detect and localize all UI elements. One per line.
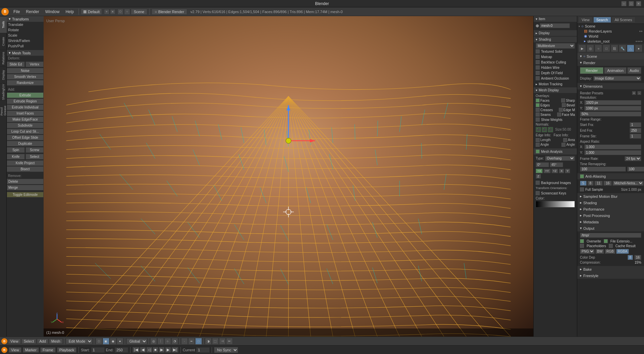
tab-uvs[interactable]: Grease Pencil (0, 100, 7, 117)
slide-edge-btn[interactable]: Slide Ed (7, 61, 25, 67)
smooth-vertex-btn[interactable]: Smooth Vertex (7, 74, 44, 80)
preset-add-btn[interactable]: + (632, 91, 636, 95)
vertex-btn[interactable]: Vertex (25, 61, 44, 67)
bisect-btn[interactable]: Bisect (7, 166, 44, 172)
start-input[interactable] (91, 347, 105, 353)
randomize-btn[interactable]: Randomize (7, 80, 44, 86)
textured-solid-checkbox[interactable] (536, 49, 540, 53)
length-checkbox[interactable] (536, 138, 540, 142)
all-scenes-tab[interactable]: All Scenes (612, 17, 635, 23)
clipping-btn[interactable]: ✂ (226, 338, 233, 345)
creases-checkbox[interactable] (536, 108, 540, 112)
menu-help[interactable]: Help (63, 9, 76, 15)
bw-btn[interactable]: BW (595, 249, 604, 254)
play-btn[interactable]: ▶ (159, 347, 165, 353)
viewport[interactable]: User Persp (1) mesh-0 Z X Y (44, 16, 533, 337)
step-fwd-btn[interactable]: ▶ (165, 347, 171, 353)
cache-checkbox[interactable] (609, 244, 613, 248)
aspect-x-input[interactable] (584, 144, 641, 149)
shrink-fatten-btn[interactable]: Shrink/Fatten (7, 38, 44, 43)
transform-header[interactable]: ▾ Transform (7, 16, 44, 22)
aa-11-btn[interactable]: 11 (594, 181, 603, 186)
neg-x-btn[interactable]: X (559, 169, 564, 173)
aa-header[interactable]: Anti-Aliasing (577, 173, 644, 179)
display-select[interactable]: Image Editor (593, 76, 641, 81)
bevel-checkbox[interactable] (562, 103, 566, 107)
motion-blur-header[interactable]: ▸ Sampled Motion Blur (577, 193, 644, 200)
performance-header[interactable]: ▸ Performance (577, 206, 644, 212)
mesh-tools-header[interactable]: ▾ Mesh Tools (7, 50, 44, 56)
tab-shading[interactable]: Shading/UV (0, 83, 7, 100)
screencast-checkbox[interactable] (536, 191, 540, 195)
mesh-name-input[interactable] (540, 23, 570, 28)
jump-end-btn[interactable]: ▶| (171, 347, 178, 353)
audio-button[interactable]: Audio (627, 67, 641, 74)
angle-checkbox[interactable] (536, 143, 540, 147)
modifiers-icon[interactable]: 🔧 (619, 45, 626, 52)
neg-y-btn[interactable]: Y (565, 169, 570, 173)
sharp-checkbox[interactable] (561, 98, 565, 102)
proportional2-btn[interactable]: ◔ (171, 338, 178, 345)
depth-16-btn[interactable]: 16 (634, 255, 641, 260)
backface-checkbox[interactable] (536, 60, 540, 64)
scene-section-header[interactable]: ▾ ○ Scene (577, 53, 644, 59)
add-screen-button[interactable]: + (104, 9, 109, 14)
menu-render[interactable]: Render (23, 9, 42, 15)
max-angle-input[interactable] (550, 162, 563, 167)
mesh-display-header[interactable]: ▾ Mesh Display (534, 87, 577, 93)
add-menu-btn[interactable]: Add (37, 339, 48, 344)
type-select[interactable]: Overhang (545, 156, 575, 161)
knife-btn[interactable]: Knife (7, 154, 25, 160)
extrude-region-btn[interactable]: Extrude Region (7, 98, 44, 104)
view-menu-btn[interactable]: View (8, 339, 21, 344)
edit-mode-select[interactable]: Edit Mode (66, 338, 93, 344)
sync-select[interactable]: No Sync (214, 347, 238, 353)
mesh-analysis-header[interactable]: Mesh Analysis (534, 148, 577, 154)
material-shading-btn[interactable]: ◉ (110, 338, 116, 345)
ao-checkbox[interactable] (536, 76, 540, 80)
duplicate-btn[interactable]: Duplicate (7, 141, 44, 146)
subdivide-btn[interactable]: Subdivide (7, 123, 44, 128)
proportional-btn[interactable]: ○ (164, 338, 171, 345)
timeline-marker-btn[interactable]: Marker (23, 347, 39, 353)
vertex-normals-btn[interactable]: ⬛ (536, 127, 541, 132)
jump-start-btn[interactable]: |◀ (132, 347, 140, 353)
face-select-btn[interactable]: □ (195, 338, 202, 345)
percent-input[interactable] (580, 112, 641, 117)
bake-header[interactable]: ▸ Bake (577, 266, 644, 272)
show-weights-checkbox[interactable] (536, 118, 540, 122)
output-path-input[interactable] (580, 233, 641, 238)
post-processing-header[interactable]: ▸ Post Processing (577, 212, 644, 219)
min-angle-input[interactable] (536, 162, 549, 167)
data-prop-icon[interactable]: △ (627, 45, 634, 52)
engine-selector[interactable]: ○ Blender Render (152, 9, 187, 15)
select-menu-btn[interactable]: Select (21, 339, 37, 344)
shading-header[interactable]: ▾ Shading (534, 37, 577, 42)
spin-btn[interactable]: Spin (7, 147, 25, 153)
render-section-header[interactable]: ▾ Render (577, 59, 644, 66)
format-select[interactable]: PNG (580, 249, 595, 254)
time-remap-new-input[interactable] (627, 167, 644, 172)
toggle-editmode-btn[interactable]: Toggle Editmode (7, 192, 44, 197)
transform-space-select[interactable]: Global (126, 338, 147, 344)
extrude-individual-btn[interactable]: Extrude Individual (7, 104, 44, 110)
minimize-button[interactable]: – (621, 1, 627, 6)
res-y-input[interactable] (584, 106, 641, 111)
extrude-btn[interactable]: Extrude (7, 92, 44, 98)
matcap-checkbox[interactable] (536, 55, 540, 59)
world-prop-icon[interactable]: ○ (595, 45, 602, 52)
metadata-header[interactable]: ▸ Metadata (577, 219, 644, 225)
timeline-playback-btn[interactable]: Playback (57, 347, 77, 353)
display-header[interactable]: ▸ Display (534, 30, 577, 36)
menu-file[interactable]: File (11, 9, 22, 15)
render-prop-icon[interactable]: ▶ (579, 45, 586, 52)
search-tab[interactable]: Search (593, 17, 611, 23)
aa-16-btn[interactable]: 16 (603, 181, 612, 186)
color-strip[interactable] (536, 201, 575, 208)
remove-screen-button[interactable]: ✕ (110, 9, 115, 14)
tree-world[interactable]: ◉ World (577, 34, 644, 39)
rgba-btn[interactable]: RGBA (616, 249, 629, 254)
mirror-btn[interactable]: ⊣ (219, 338, 226, 345)
depth-8-btn[interactable]: 8 (628, 255, 633, 260)
hidden-wire-checkbox[interactable] (536, 65, 540, 70)
